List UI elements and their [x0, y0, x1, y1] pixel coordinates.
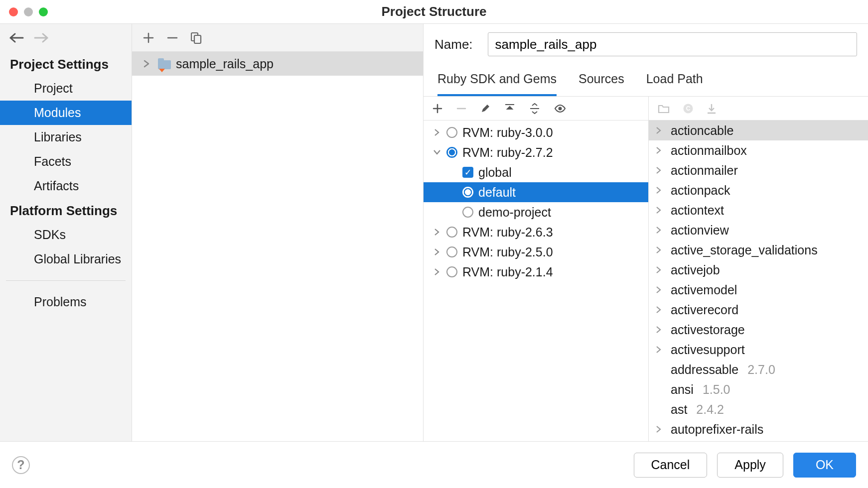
gem-row[interactable]: actionpack [649, 180, 868, 200]
chevron-right-icon [656, 147, 664, 154]
gem-version: 1.5.0 [703, 382, 730, 397]
sdk-label: RVM: ruby-2.5.0 [462, 245, 553, 259]
download-icon[interactable] [707, 103, 717, 114]
nav-back-icon[interactable] [9, 32, 24, 43]
gem-name: ast [671, 402, 687, 417]
window-zoom-button[interactable] [39, 7, 48, 16]
checkbox-icon[interactable]: ✓ [462, 167, 473, 178]
gem-name: ansi [671, 382, 694, 397]
gem-row[interactable]: actioncable [649, 121, 868, 140]
tab-ruby-sdk-gems[interactable]: Ruby SDK and Gems [437, 65, 557, 96]
sdk-row[interactable]: RVM: ruby-2.7.2 [424, 142, 648, 162]
radio-icon[interactable] [446, 127, 457, 138]
module-row[interactable]: sample_rails_app [132, 52, 423, 76]
gem-name: actionmailer [671, 163, 738, 178]
gem-name: actionpack [671, 183, 730, 198]
add-sdk-icon[interactable] [433, 104, 442, 114]
gem-row[interactable]: ast2.4.2 [649, 399, 868, 419]
ok-button[interactable]: OK [793, 453, 856, 478]
gem-row[interactable]: autoprefixer-rails [649, 419, 868, 439]
module-name: sample_rails_app [176, 57, 274, 71]
sidebar-item-global-libraries[interactable]: Global Libraries [0, 247, 132, 271]
chevron-right-icon [656, 167, 664, 174]
gemset-label: default [478, 185, 516, 200]
sidebar-section-title: Project Settings [0, 52, 132, 76]
name-label: Name: [434, 37, 473, 52]
copyright-icon[interactable]: C [683, 103, 694, 114]
sdk-row[interactable]: RVM: ruby-2.6.3 [424, 222, 648, 242]
chevron-right-icon [656, 286, 664, 293]
module-details-panel: Name: Ruby SDK and Gems Sources Load Pat… [424, 24, 868, 441]
gem-name: actionview [671, 223, 729, 238]
gem-row[interactable]: activerecord [649, 300, 868, 320]
sidebar-item-modules[interactable]: Modules [0, 101, 132, 125]
gem-row[interactable]: activemodel [649, 280, 868, 300]
module-folder-icon [158, 58, 171, 69]
gems-list: actioncableactionmailboxactionmaileracti… [649, 121, 868, 441]
show-icon[interactable] [554, 104, 566, 113]
edit-sdk-icon[interactable] [480, 104, 490, 114]
gemset-row[interactable]: demo-project [424, 202, 648, 222]
radio-icon[interactable] [446, 227, 457, 238]
chevron-right-icon [656, 246, 664, 253]
chevron-right-icon [656, 227, 664, 234]
tab-sources[interactable]: Sources [579, 65, 624, 96]
chevron-right-icon [433, 248, 441, 255]
gemset-row[interactable]: default [424, 182, 648, 202]
gem-row[interactable]: actionmailer [649, 160, 868, 180]
radio-icon[interactable] [446, 266, 457, 277]
apply-button[interactable]: Apply [717, 453, 783, 478]
sdk-label: RVM: ruby-2.1.4 [462, 265, 553, 279]
gem-row[interactable]: activesupport [649, 340, 868, 360]
sidebar-item-artifacts[interactable]: Artifacts [0, 174, 132, 198]
sidebar-item-facets[interactable]: Facets [0, 149, 132, 174]
gem-row[interactable]: activestorage [649, 320, 868, 340]
tab-load-path[interactable]: Load Path [646, 65, 703, 96]
gem-row[interactable]: addressable2.7.0 [649, 360, 868, 379]
sidebar: Project Settings Project Modules Librari… [0, 24, 132, 441]
sidebar-item-problems[interactable]: Problems [0, 290, 132, 314]
module-name-input[interactable] [488, 32, 857, 56]
expand-all-icon[interactable] [504, 103, 515, 114]
nav-forward-icon[interactable] [34, 32, 49, 43]
collapse-all-icon[interactable] [529, 103, 540, 114]
gem-row[interactable]: ansi1.5.0 [649, 379, 868, 399]
gem-row[interactable]: actiontext [649, 200, 868, 220]
sidebar-item-libraries[interactable]: Libraries [0, 125, 132, 149]
radio-icon[interactable] [462, 207, 473, 218]
sidebar-section-title: Platform Settings [0, 198, 132, 223]
help-button[interactable]: ? [12, 456, 30, 474]
radio-icon[interactable] [446, 246, 457, 257]
chevron-right-icon [433, 268, 441, 275]
chevron-right-icon [656, 187, 664, 194]
open-folder-icon[interactable] [658, 104, 670, 114]
gem-row[interactable]: activejob [649, 260, 868, 280]
window-close-button[interactable] [9, 7, 18, 16]
gem-row[interactable]: actionmailbox [649, 140, 868, 160]
window-minimize-button[interactable] [24, 7, 33, 16]
gem-row[interactable]: actionview [649, 220, 868, 240]
gem-name: activerecord [671, 303, 738, 317]
gems-panel: C actioncableactionmailboxactionmailerac… [649, 97, 868, 441]
add-module-icon[interactable] [143, 32, 154, 43]
radio-icon[interactable] [462, 187, 473, 198]
chevron-down-icon [433, 149, 441, 155]
sidebar-item-sdks[interactable]: SDKs [0, 223, 132, 247]
gem-name: activejob [671, 263, 720, 277]
sdk-row[interactable]: RVM: ruby-2.5.0 [424, 242, 648, 262]
sdk-label: RVM: ruby-2.7.2 [462, 145, 553, 160]
gem-version: 2.4.2 [696, 402, 724, 417]
remove-sdk-icon[interactable] [456, 104, 466, 114]
gem-row[interactable]: active_storage_validations [649, 240, 868, 260]
sdk-row[interactable]: RVM: ruby-2.1.4 [424, 262, 648, 282]
sidebar-item-project[interactable]: Project [0, 76, 132, 101]
sdk-row[interactable]: RVM: ruby-3.0.0 [424, 122, 648, 142]
cancel-button[interactable]: Cancel [634, 453, 708, 478]
radio-icon[interactable] [446, 147, 457, 158]
module-list-panel: sample_rails_app [132, 24, 424, 441]
chevron-right-icon [656, 306, 664, 313]
gemset-row[interactable]: ✓ global [424, 162, 648, 182]
copy-module-icon[interactable] [191, 32, 202, 44]
remove-module-icon[interactable] [167, 32, 178, 43]
gem-name: activemodel [671, 283, 737, 297]
